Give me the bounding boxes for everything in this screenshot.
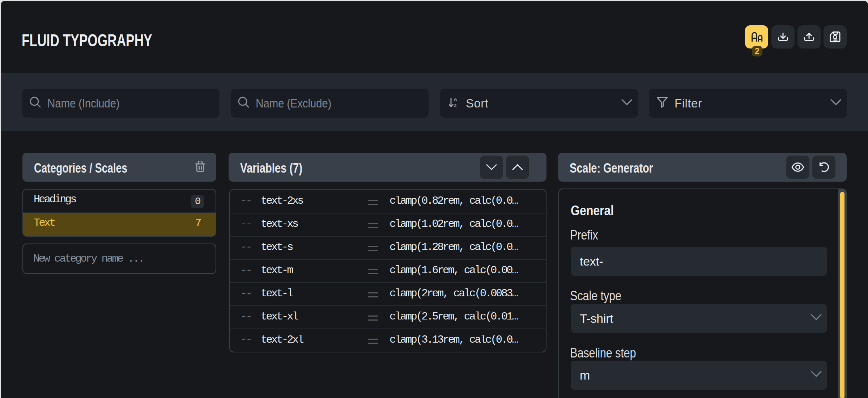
svg-text:A: A (454, 97, 458, 102)
svg-text:Z: Z (454, 103, 457, 108)
